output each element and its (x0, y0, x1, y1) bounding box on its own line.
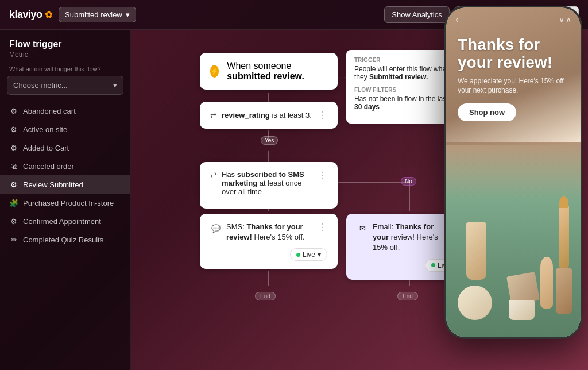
bottle-tall (466, 222, 486, 280)
sidebar-item-confirmed-appointment[interactable]: ⚙ Confirmed Appointment (0, 212, 130, 230)
dropper-tip (559, 196, 568, 208)
phone-screen: ‹ ∨ ∧ Thanks for your review! We appreci… (446, 7, 581, 337)
end-badge-sms: End (255, 292, 276, 300)
choose-metric-label: Choose metric... (13, 81, 68, 90)
trigger-node-content: ⚡ When someone submitted review. (210, 61, 327, 82)
condition-icon-2: ⇄ (210, 170, 217, 179)
trigger-popup: Trigger People will enter this flow when… (346, 50, 461, 124)
sidebar-subtitle: Metric (0, 51, 130, 59)
sidebar-item-purchased-product[interactable]: 🧩 Purchased Product In-store (0, 194, 130, 212)
sms-icon: 💬 (210, 222, 222, 234)
sidebar-item-label: Abandoned cart (23, 107, 76, 115)
node-menu-icon[interactable]: ⋮ (318, 170, 327, 181)
sidebar-item-completed-quiz[interactable]: ✏ Completed Quiz Results (0, 230, 130, 249)
status-dot (296, 253, 300, 257)
bag-icon: 🛍 (9, 161, 18, 171)
sidebar-item-review-submitted[interactable]: ⚙ Review Submitted (0, 175, 130, 194)
chevron-down-icon[interactable]: ∨ (559, 15, 564, 24)
choose-metric-dropdown[interactable]: Choose metric... ▾ (7, 76, 123, 95)
bolt-icon: ⚡ (210, 65, 219, 78)
sidebar-item-added-to-cart[interactable]: ⚙ Added to Cart (0, 138, 130, 157)
phone-product-image (446, 142, 581, 337)
sidebar-item-label: Active on site (23, 125, 67, 134)
phone-title: Thanks for your review! (458, 36, 569, 72)
jar-product (458, 286, 492, 320)
no-badge: No (401, 177, 416, 186)
phone-nav-chevrons: ∨ ∧ (559, 15, 571, 24)
bottle-glass (556, 268, 572, 314)
condition-node-2[interactable]: ⇄ Has subscribed to SMS marketing at lea… (200, 162, 338, 209)
back-arrow-icon[interactable]: ‹ (455, 13, 459, 25)
sidebar: Flow trigger Metric What action will tri… (0, 30, 131, 370)
sidebar-item-active-on-site[interactable]: ⚙ Active on site (0, 120, 130, 138)
logo-text: klaviyo (9, 9, 42, 21)
gear-icon: ⚙ (9, 217, 18, 226)
small-jar (509, 300, 535, 320)
node-menu-icon[interactable]: ⋮ (318, 222, 327, 233)
flow-dropdown-label: Submitted review (65, 10, 122, 19)
sms-node-content: SMS: Thanks for your review! Here's 15% … (226, 222, 314, 242)
chevron-down-icon: ▾ (126, 10, 130, 19)
sidebar-item-label: Review Submitted (23, 180, 83, 189)
bottle-serum (540, 257, 553, 309)
end-badge-email: End (397, 292, 418, 300)
sidebar-item-canceled-order[interactable]: 🛍 Canceled order (0, 157, 130, 175)
puzzle-icon: 🧩 (9, 198, 18, 207)
gear-icon: ⚙ (9, 143, 18, 152)
show-analytics-button[interactable]: Show Analytics (384, 6, 449, 23)
popup-trigger-text: People will enter this flow when they Su… (354, 65, 453, 81)
popup-trigger-label: Trigger (354, 57, 453, 63)
sidebar-item-label: Purchased Product In-store (23, 199, 114, 207)
gear-icon: ⚙ (9, 180, 18, 189)
sidebar-question: What action will trigger this flow? (0, 65, 130, 76)
gear-icon: ⚙ (9, 106, 18, 115)
phone-subtitle: We appreciate you! Here's 15% off your n… (458, 76, 569, 96)
sms-node-header: 💬 SMS: Thanks for your review! Here's 15… (210, 222, 327, 242)
flow-dropdown[interactable]: Submitted review ▾ (59, 7, 136, 22)
email-node-content: Email: Thanks for your review! Here's 15… (373, 222, 448, 253)
main-container: Flow trigger Metric What action will tri… (0, 30, 588, 370)
condition-icon-1: ⇄ (210, 111, 217, 120)
sms-status-live[interactable]: Live ▾ (290, 248, 327, 261)
email-icon: ✉ (357, 222, 368, 234)
image-overlay (446, 142, 581, 199)
sidebar-item-label: Confirmed Appointment (23, 217, 101, 226)
popup-filters-text: Has not been in flow in the last 30 days (354, 95, 453, 111)
dropper-bottle (559, 205, 569, 268)
sidebar-item-label: Canceled order (23, 162, 74, 171)
popup-filters-label: Flow filters (354, 87, 453, 93)
yes-badge-1: Yes (261, 136, 278, 145)
condition-2-header: ⇄ Has subscribed to SMS marketing at lea… (210, 170, 327, 196)
klaviyo-logo: klaviyo✿ (9, 9, 52, 21)
chevron-down-icon: ▾ (113, 81, 117, 90)
condition-node-1[interactable]: ⇄ review_rating is at least 3. ⋮ (200, 102, 338, 129)
condition-1-text: review_rating is at least 3. (222, 111, 314, 120)
sidebar-item-abandoned-cart[interactable]: ⚙ Abandoned cart (0, 102, 130, 120)
chevron-down-icon: ▾ (318, 250, 321, 259)
sms-node[interactable]: 💬 SMS: Thanks for your review! Here's 15… (200, 214, 338, 269)
phone-content: Thanks for your review! We appreciate yo… (446, 7, 581, 133)
condition-2-text: Has subscribed to SMS marketing at least… (222, 170, 314, 196)
header-left: klaviyo✿ Submitted review ▾ (9, 7, 136, 22)
sidebar-item-label: Added to Cart (23, 144, 69, 152)
chevron-up-icon[interactable]: ∧ (566, 15, 571, 24)
trigger-text: When someone submitted review. (227, 61, 327, 82)
phone-nav: ‹ ∨ ∧ (455, 13, 571, 25)
phone-mockup: ‹ ∨ ∧ Thanks for your review! We appreci… (444, 6, 582, 339)
shop-now-button[interactable]: Shop now (458, 103, 516, 121)
pencil-icon: ✏ (9, 235, 18, 244)
trigger-node[interactable]: ⚡ When someone submitted review. (200, 53, 338, 90)
gear-icon: ⚙ (9, 125, 18, 134)
sidebar-item-label: Completed Quiz Results (23, 236, 103, 244)
sms-node-footer: Live ▾ (210, 248, 327, 261)
node-menu-icon[interactable]: ⋮ (318, 110, 327, 121)
logo-flower: ✿ (45, 9, 52, 20)
status-dot (431, 263, 435, 267)
sidebar-title: Flow trigger (0, 39, 130, 49)
